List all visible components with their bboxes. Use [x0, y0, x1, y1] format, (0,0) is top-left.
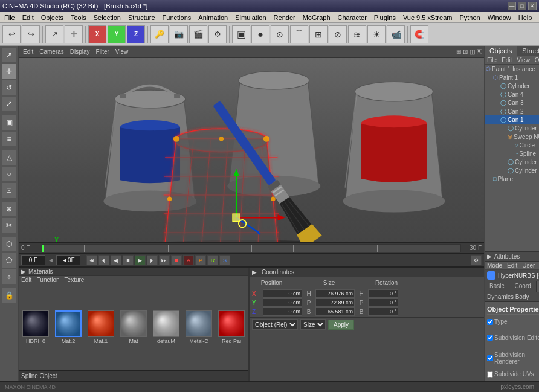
rot-b-input[interactable] — [368, 307, 398, 316]
render-settings-btn[interactable]: ⚙ — [208, 25, 227, 43]
cylinder-btn[interactable]: ⊙ — [271, 25, 289, 43]
menu-item-plugins[interactable]: Plugins — [371, 13, 399, 22]
record-btn[interactable]: ⏺ — [171, 255, 182, 265]
menu-item-window[interactable]: Window — [485, 13, 514, 22]
z-axis-btn[interactable]: Z — [127, 25, 145, 43]
sphere-btn[interactable]: ● — [251, 25, 270, 43]
pos-y-input[interactable] — [263, 298, 302, 307]
vt-filter[interactable]: Filter — [94, 48, 111, 55]
render-view-btn[interactable]: 📷 — [170, 25, 188, 43]
apply-button[interactable]: Apply — [328, 320, 354, 330]
vt-icon-3[interactable]: ◫ — [470, 48, 475, 55]
auto-key-btn[interactable]: A — [183, 255, 194, 265]
mat-menu-function[interactable]: Function — [35, 277, 60, 283]
left-tool-2[interactable]: ✛ — [1, 63, 17, 79]
attr-tab-coord[interactable]: Coord — [509, 281, 536, 292]
menu-item-help[interactable]: Help — [515, 13, 535, 22]
menu-item-simulation[interactable]: Simulation — [232, 13, 269, 22]
left-tool-4[interactable]: ⤢ — [1, 96, 17, 112]
menu-item-animation[interactable]: Animation — [195, 13, 231, 22]
size-b-input[interactable] — [315, 307, 355, 316]
left-tool-3[interactable]: ↺ — [1, 80, 17, 95]
menu-item-functions[interactable]: Functions — [160, 13, 195, 22]
menu-item-character[interactable]: Character — [335, 13, 370, 22]
om-item-2[interactable]: ◯Cylinder — [485, 82, 539, 90]
attr-tab-basic[interactable]: Basic — [485, 281, 509, 292]
vt-icon-1[interactable]: ⊞ — [456, 48, 461, 55]
attr-edit[interactable]: Edit — [506, 262, 518, 269]
om-item-7[interactable]: ◯Cylinder — [485, 124, 539, 132]
left-tool-11[interactable]: ✂ — [1, 217, 17, 233]
timeline-playhead[interactable] — [42, 245, 44, 252]
om-menu-edit[interactable]: Edit — [500, 57, 513, 63]
menu-item-python[interactable]: Python — [456, 13, 483, 22]
om-item-0[interactable]: ⬡Paint 1 Instance — [485, 65, 539, 73]
deform-btn[interactable]: ⊘ — [329, 25, 347, 43]
subdiv-uvs-checkbox[interactable] — [487, 371, 493, 378]
attr-mode[interactable]: Mode — [486, 262, 503, 269]
coords-collapse[interactable]: ▶ — [252, 269, 257, 275]
om-item-10[interactable]: ~Spline — [485, 149, 539, 158]
size-p-input[interactable] — [315, 298, 355, 307]
step-frame-input[interactable] — [56, 255, 80, 265]
om-item-5[interactable]: ◯Can 2 — [485, 107, 539, 115]
left-tool-1[interactable]: ↗ — [1, 47, 17, 63]
om-item-8[interactable]: ◎Sweep NURBS — [485, 132, 539, 141]
om-menu-view[interactable]: View — [515, 57, 531, 63]
left-tool-8[interactable]: ○ — [1, 166, 17, 182]
om-item-9[interactable]: ○Circle — [485, 141, 539, 149]
rot-key-btn[interactable]: R — [207, 255, 218, 265]
size-h-input[interactable] — [315, 289, 355, 298]
left-tool-9[interactable]: ⊡ — [1, 182, 17, 198]
menu-item-edit[interactable]: Edit — [19, 13, 37, 22]
left-tool-10[interactable]: ⊕ — [1, 201, 17, 217]
spline-btn[interactable]: ⌒ — [290, 25, 308, 43]
om-item-11[interactable]: ◯Cylinder Instance — [485, 158, 539, 166]
mat-item-0[interactable]: HDRI_0 — [21, 310, 51, 344]
vt-edit[interactable]: Edit — [21, 48, 35, 55]
select-tool[interactable]: ↗ — [45, 25, 63, 43]
om-item-6[interactable]: ◯Can 1 — [485, 115, 539, 124]
om-item-4[interactable]: ◯Can 3 — [485, 98, 539, 107]
prev-frame-btn[interactable]: ⏴ — [98, 255, 109, 265]
nurbs-btn[interactable]: ⊞ — [309, 25, 328, 43]
cube-btn[interactable]: ▣ — [232, 25, 250, 43]
vt-icon-2[interactable]: ⊡ — [463, 48, 468, 55]
left-tool-5[interactable]: ▣ — [1, 115, 17, 130]
rot-p-input[interactable] — [368, 298, 398, 307]
menu-item-mograph[interactable]: MoGraph — [300, 13, 334, 22]
type-checkbox[interactable] — [487, 319, 493, 325]
om-item-13[interactable]: □Plane — [485, 175, 539, 183]
subdiv-editor-checkbox[interactable] — [487, 335, 493, 341]
redo-button[interactable]: ↪ — [22, 25, 40, 43]
pos-z-input[interactable] — [263, 307, 302, 316]
menu-item-vue-9.5-xstream[interactable]: Vue 9.5 xStream — [400, 13, 456, 22]
left-tool-13[interactable]: ⬠ — [1, 252, 17, 268]
scl-key-btn[interactable]: S — [219, 255, 230, 265]
om-tab-objects[interactable]: Objects — [485, 46, 517, 56]
timeline-options-btn[interactable]: ⚙ — [471, 255, 482, 265]
go-start-btn[interactable]: ⏮ — [86, 255, 97, 265]
mat-item-4[interactable]: defauM — [151, 310, 181, 344]
maximize-button[interactable]: □ — [518, 2, 526, 10]
next-frame-btn[interactable]: ⏵ — [147, 255, 158, 265]
mat-item-3[interactable]: Mat — [118, 310, 149, 344]
om-item-3[interactable]: ◯Can 4 — [485, 90, 539, 98]
menu-item-tools[interactable]: Tools — [68, 13, 89, 22]
om-item-1[interactable]: ⬡Paint 1 — [485, 73, 539, 82]
menu-item-structure[interactable]: Structure — [125, 13, 158, 22]
scene-btn[interactable]: ☀ — [367, 25, 386, 43]
om-menu-file[interactable]: File — [486, 57, 498, 63]
pos-x-input[interactable] — [263, 289, 302, 298]
vt-icon-4[interactable]: ⇱ — [477, 48, 482, 55]
mat-item-6[interactable]: Red Pai — [216, 310, 247, 344]
om-tab-structure[interactable]: Structure — [517, 46, 539, 56]
snap-btn[interactable]: 🧲 — [410, 25, 428, 43]
menu-item-file[interactable]: File — [1, 13, 18, 22]
left-tool-15[interactable]: 🔒 — [1, 288, 17, 303]
subdiv-render-checkbox[interactable] — [487, 355, 493, 361]
menu-item-render[interactable]: Render — [271, 13, 299, 22]
left-tool-12[interactable]: ⬡ — [1, 236, 17, 252]
3d-viewport[interactable]: Perspective — [19, 58, 484, 242]
move-tool[interactable]: ✛ — [65, 25, 83, 43]
